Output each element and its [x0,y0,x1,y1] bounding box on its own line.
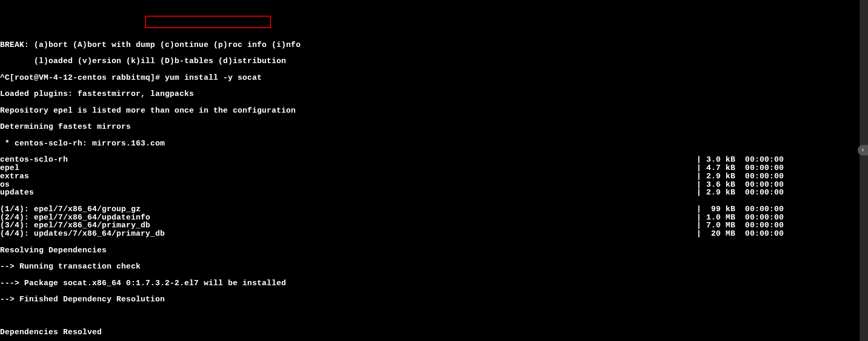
terminal-output[interactable]: BREAK: (a)bort (A)bort with dump (c)onti… [0,33,868,341]
download-row: (1/4): epel/7/x86_64/group_gz| 99 kB 00:… [0,205,808,214]
det-mirrors-line: Determining fastest mirrors [0,123,868,131]
prompt-prefix: ^C[root@VM-4-12-centos rabbitmq]# [0,74,165,82]
plugins-line: Loaded plugins: fastestmirror, langpacks [0,90,868,99]
depres-line: Dependencies Resolved [0,328,868,337]
repo-row: os| 3.6 kB 00:00:00 [0,181,808,189]
repo-meta: | 4.7 kB 00:00:00 [696,164,808,173]
download-meta: | 1.0 MB 00:00:00 [696,214,808,222]
break-line: BREAK: (a)bort (A)bort with dump (c)onti… [0,41,868,50]
mirror-line: * centos-sclo-rh: mirrors.163.com [0,140,868,148]
download-row: (2/4): epel/7/x86_64/updateinfo| 1.0 MB … [0,214,808,222]
repo-epel-line: Repository epel is listed more than once… [0,107,868,115]
repo-meta: | 2.9 kB 00:00:00 [696,189,808,197]
scrollbar-track[interactable] [860,0,868,341]
repo-name: os [0,181,10,189]
repo-meta: | 3.0 kB 00:00:00 [696,156,808,164]
repo-name: centos-sclo-rh [0,156,68,164]
break-line-2: (l)oaded (v)ersion (k)ill (D)b-tables (d… [0,57,868,66]
side-arrow-icon[interactable]: ‹ [858,145,868,155]
download-label: (1/4): epel/7/x86_64/group_gz [0,205,141,214]
repo-row: centos-sclo-rh| 3.0 kB 00:00:00 [0,156,808,164]
repo-name: extras [0,173,29,181]
repo-name: updates [0,189,34,197]
repo-row: updates| 2.9 kB 00:00:00 [0,189,808,197]
pkginst-line: ---> Package socat.x86_64 0:1.7.3.2-2.el… [0,279,868,288]
prompt-line: ^C[root@VM-4-12-centos rabbitmq]# yum in… [0,74,868,82]
repo-meta: | 2.9 kB 00:00:00 [696,173,808,181]
command-text: yum install -y socat [165,74,262,82]
download-row: (4/4): updates/7/x86_64/primary_db| 20 M… [0,230,808,238]
download-label: (2/4): epel/7/x86_64/updateinfo [0,214,150,222]
repo-row: extras| 2.9 kB 00:00:00 [0,173,808,181]
download-label: (3/4): epel/7/x86_64/primary_db [0,222,150,230]
download-label: (4/4): updates/7/x86_64/primary_db [0,230,165,238]
finres-line: --> Finished Dependency Resolution [0,296,868,304]
blank [0,312,868,321]
download-row: (3/4): epel/7/x86_64/primary_db| 7.0 MB … [0,222,808,230]
highlight-box [145,16,271,28]
resolving-line: Resolving Dependencies [0,247,868,255]
runcheck-line: --> Running transaction check [0,263,868,271]
download-meta: | 99 kB 00:00:00 [696,205,808,214]
download-meta: | 20 MB 00:00:00 [696,230,808,238]
download-meta: | 7.0 MB 00:00:00 [696,222,808,230]
repo-meta: | 3.6 kB 00:00:00 [696,181,808,189]
repo-row: epel| 4.7 kB 00:00:00 [0,164,808,173]
repo-name: epel [0,164,19,173]
